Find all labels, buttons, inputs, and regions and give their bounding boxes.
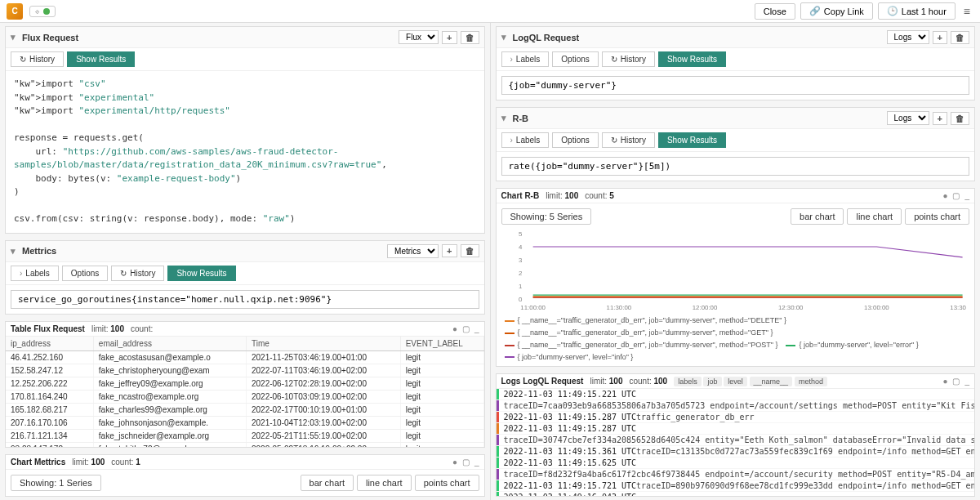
logql-query-input[interactable]	[501, 76, 970, 95]
show-results-tab[interactable]: Show Results	[167, 266, 235, 281]
legend-item[interactable]: { __name__="traffic_generator_db_err", j…	[505, 340, 778, 351]
data-table: ip_addressemail_addressTimeEVENT_LABEL 4…	[6, 337, 484, 449]
log-row[interactable]: 2022-11-03 11:49:15.221 UTC	[497, 389, 975, 400]
column-header[interactable]: EVENT_LABEL	[400, 337, 483, 351]
minimize-icon[interactable]: ▢	[462, 458, 470, 467]
filter-badge[interactable]: job	[703, 377, 721, 386]
series-indicator: Showing: 1 Series	[11, 475, 101, 491]
legend-item[interactable]: { __name__="traffic_generator_db_err", j…	[505, 315, 786, 327]
minimize-icon[interactable]: ▢	[952, 191, 960, 200]
points-chart-button[interactable]: points chart	[415, 475, 479, 491]
column-header[interactable]: email_address	[93, 337, 246, 351]
bar-chart-button[interactable]: bar chart	[791, 208, 844, 225]
bar-chart-button[interactable]: bar chart	[301, 475, 354, 491]
points-chart-button[interactable]: points chart	[905, 208, 969, 225]
table-row[interactable]: 216.71.121.134fake_jschneider@example.or…	[6, 429, 483, 442]
history-tab[interactable]: ↻History	[111, 266, 164, 281]
table-row[interactable]: 207.16.170.106fake_johnsonjason@example.…	[6, 416, 483, 429]
time-range-button[interactable]: 🕒Last 1 hour	[878, 2, 956, 20]
log-row[interactable]: 2022-11-03 11:49:15.625 UTC	[497, 458, 975, 469]
options-tab[interactable]: Options	[62, 266, 108, 281]
log-row[interactable]: 2022-11-03 11:49:15.287 UTCtraffic_gener…	[497, 412, 975, 423]
expand-icon[interactable]: _	[964, 191, 969, 200]
filter-badge[interactable]: __name__	[750, 377, 793, 386]
filter-badge[interactable]: method	[795, 377, 827, 386]
flux-code-editor[interactable]: "kw">import "csv" "kw">import "experimen…	[6, 71, 484, 233]
chevron-down-icon[interactable]: ▾	[11, 246, 19, 257]
filter-badge[interactable]: level	[724, 377, 747, 386]
table-row[interactable]: 12.252.206.222fake_jeffrey09@example.org…	[6, 377, 483, 390]
add-icon[interactable]: +	[442, 31, 457, 44]
labels-tab[interactable]: Labels	[501, 51, 550, 67]
labels-tab[interactable]: Labels	[11, 266, 59, 281]
expand-icon[interactable]: _	[474, 458, 479, 467]
log-row[interactable]: 2022-11-03 11:49:16.043 UTC	[497, 492, 975, 496]
add-icon[interactable]: +	[933, 31, 947, 44]
show-results-tab[interactable]: Show Results	[658, 132, 726, 148]
logs-list[interactable]: 2022-11-03 11:49:15.221 UTCtraceID=7caa0…	[497, 389, 975, 496]
svg-text:5: 5	[518, 230, 522, 238]
labels-tab[interactable]: Labels	[501, 132, 550, 148]
copy-link-button[interactable]: 🔗Copy Link	[800, 2, 873, 20]
legend-item[interactable]: { __name__="traffic_generator_db_err", j…	[505, 328, 773, 339]
history-tab[interactable]: ↻History	[11, 51, 64, 67]
log-row[interactable]: 2022-11-03 11:49:15.287 UTC	[497, 423, 975, 435]
history-icon: ↻	[611, 55, 617, 64]
trash-icon[interactable]: 🗑	[461, 244, 479, 257]
line-chart-button[interactable]: line chart	[357, 475, 412, 491]
table-row[interactable]: 46.41.252.160fake_acostasusan@example.o2…	[6, 350, 483, 364]
show-results-tab[interactable]: Show Results	[67, 51, 135, 67]
options-tab[interactable]: Options	[552, 132, 598, 148]
query-type-select[interactable]: Flux	[399, 30, 439, 44]
history-tab[interactable]: ↻History	[602, 51, 655, 67]
options-tab[interactable]: Options	[552, 51, 598, 67]
menu-icon[interactable]: ≡	[960, 5, 973, 18]
svg-text:2: 2	[518, 270, 521, 277]
chart-title: Chart R-B	[501, 191, 540, 200]
minimize-icon[interactable]: ▢	[952, 377, 960, 386]
query-type-select[interactable]: Logs	[887, 111, 929, 125]
trash-icon[interactable]: 🗑	[951, 112, 969, 125]
legend-item[interactable]: { job="dummy-server", level="info" }	[505, 352, 634, 364]
minimize-icon[interactable]: ▢	[462, 324, 470, 333]
log-row[interactable]: traceID=7caa093eb9a668535806a7b3a705d572…	[497, 400, 975, 412]
chevron-down-icon[interactable]: ▾	[501, 32, 510, 42]
expand-icon[interactable]: _	[964, 377, 969, 386]
expand-icon[interactable]: _	[474, 324, 479, 333]
rb-query-input[interactable]	[501, 157, 970, 176]
table-row[interactable]: 170.81.164.240fake_ncastro@example.org20…	[6, 390, 483, 403]
close-button[interactable]: Close	[755, 3, 795, 20]
show-results-tab[interactable]: Show Results	[658, 51, 726, 67]
dot-icon[interactable]: ●	[942, 377, 947, 386]
line-chart-button[interactable]: line chart	[847, 208, 902, 225]
add-icon[interactable]: +	[442, 244, 457, 257]
history-tab[interactable]: ↻History	[602, 132, 655, 148]
chevron-down-icon[interactable]: ▾	[501, 113, 510, 123]
query-type-select[interactable]: Logs	[887, 30, 929, 44]
table-row[interactable]: 93.28.147.172fake_tabitha72@example.com2…	[6, 442, 483, 448]
dot-icon[interactable]: ●	[452, 324, 457, 333]
log-row[interactable]: traceID=30747cbe7ef334a20856528d6405c424…	[497, 435, 975, 446]
trash-icon[interactable]: 🗑	[461, 31, 479, 44]
log-row[interactable]: 2022-11-03 11:49:15.361 UTCtraceID=c1313…	[497, 446, 975, 458]
column-header[interactable]: ip_address	[6, 337, 93, 351]
dot-icon[interactable]: ●	[942, 191, 947, 200]
column-header[interactable]: Time	[246, 337, 400, 351]
query-type-select[interactable]: Metrics	[387, 244, 439, 258]
table-row[interactable]: 165.182.68.217fake_charles99@example.org…	[6, 403, 483, 416]
panel-title: R-B	[513, 114, 529, 123]
add-icon[interactable]: +	[933, 112, 947, 125]
trash-icon[interactable]: 🗑	[951, 31, 969, 44]
dot-icon[interactable]: ●	[452, 458, 457, 467]
chevron-down-icon[interactable]: ▾	[11, 32, 19, 42]
filter-badge[interactable]: labels	[674, 377, 702, 386]
table-panel: Table Flux Request limit: 100 count: ● ▢…	[5, 321, 485, 449]
log-row[interactable]: traceID=f8d232f9a4ba6c617f2cbc46f9738445…	[497, 469, 975, 480]
clock-icon: 🕒	[887, 6, 898, 16]
table-row[interactable]: 152.58.247.12fake_christopheryoung@exam2…	[6, 364, 483, 377]
log-row[interactable]: 2022-11-03 11:49:15.721 UTCtraceID=890b9…	[497, 480, 975, 492]
legend-item[interactable]: { job="dummy-server", level="error" }	[786, 340, 918, 351]
metrics-query-input[interactable]	[11, 290, 479, 309]
panel-title: Mettrics	[22, 246, 56, 256]
chart-legend: { __name__="traffic_generator_db_err", j…	[497, 311, 975, 366]
